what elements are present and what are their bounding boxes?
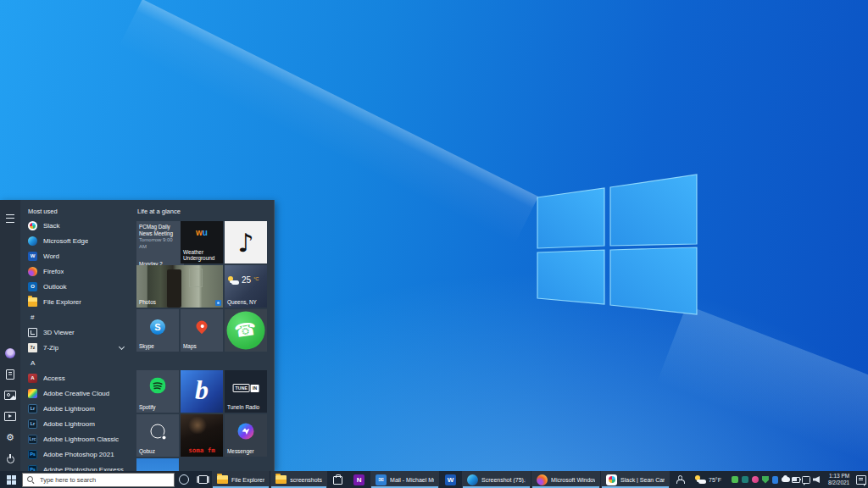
tile-maps[interactable]: Maps: [181, 309, 223, 352]
tile-messenger[interactable]: Messenger: [225, 414, 267, 457]
app-item-adobe-lightroom[interactable]: LrAdobe Lightroom: [20, 416, 132, 431]
rail-settings-button[interactable]: ⚙: [0, 427, 20, 448]
taskbar-button-onenote[interactable]: N: [348, 471, 370, 488]
tile-photos[interactable]: Photos: [136, 265, 223, 308]
tray-onedrive-cloud-button[interactable]: [782, 475, 790, 484]
taskbar-button-file-explorer[interactable]: File Explorer: [212, 471, 270, 488]
taskbar-button-mail[interactable]: ✉Mail - Michael Mu...: [370, 471, 439, 488]
edge-icon: [28, 236, 37, 246]
tray-security-shield-button[interactable]: [761, 475, 770, 484]
taskbar-button-microsoft-store[interactable]: [328, 471, 348, 488]
rail-account-button[interactable]: [0, 342, 20, 363]
tile-whatsapp[interactable]: ☎: [225, 309, 267, 352]
people-button[interactable]: [670, 471, 689, 488]
phone-icon: ☎: [234, 320, 259, 341]
slack-icon: [28, 221, 37, 230]
app-item-word[interactable]: WWord: [20, 248, 132, 263]
rail-power-button[interactable]: [0, 448, 20, 469]
taskbar-button-screenshots[interactable]: screenshots: [270, 471, 327, 488]
start-menu: ⚙ Most usedSlackMicrosoft EdgeWWordFiref…: [0, 200, 275, 471]
taskbar-clock[interactable]: 1:13 PM 8/2/2021: [828, 473, 849, 487]
whatsapp-icon: ☎: [227, 312, 265, 350]
app-item-adobe-lightroom-classic[interactable]: LrcAdobe Lightroom Classic: [20, 431, 132, 446]
tray-app-blue-button[interactable]: [771, 475, 780, 484]
power-icon: [6, 455, 14, 463]
tile-spotify[interactable]: Spotify: [136, 370, 179, 413]
app-item-label: 3D Viewer: [43, 329, 75, 336]
firefox-icon: [28, 267, 37, 276]
taskbar-weather[interactable]: 75°F: [695, 475, 721, 484]
tile-label: Spotify: [139, 404, 156, 411]
tile-label: Messenger: [227, 448, 254, 455]
security-shield-icon: [762, 476, 769, 484]
tile-music[interactable]: ♪: [225, 221, 267, 263]
taskbar-button-firefox[interactable]: Microsoft Window...: [531, 471, 600, 488]
music-note-icon: ♪: [225, 221, 267, 263]
rail-videos-button[interactable]: [0, 406, 20, 427]
clock-time: 1:13 PM: [828, 473, 849, 480]
app-item-slack[interactable]: Slack: [20, 218, 132, 233]
people-icon: [675, 475, 685, 484]
tile-tunein-radio[interactable]: TUNEINTuneIn Radio: [225, 370, 267, 413]
rail-pictures-button[interactable]: [0, 385, 20, 406]
tile-partial-tile[interactable]: [136, 458, 179, 471]
taskbar-button-word[interactable]: W: [440, 471, 461, 488]
app-item-3d-viewer[interactable]: 3D Viewer: [20, 324, 132, 340]
rail-documents-button[interactable]: [0, 363, 20, 385]
tile-label: Queens, NY: [227, 299, 257, 306]
store-bag-icon: [333, 476, 342, 485]
tray-status-green-button[interactable]: [731, 475, 739, 484]
app-item-firefox[interactable]: Firefox: [20, 263, 132, 279]
taskbar-button-label: Mail - Michael Mu...: [390, 477, 434, 483]
app-item-adobe-creative-cloud[interactable]: Adobe Creative Cloud: [20, 385, 132, 401]
taskbar-button-label: Screenshot (75).pn...: [481, 477, 526, 483]
app-item-adobe-photoshop-express[interactable]: PsAdobe Photoshop Express: [20, 462, 132, 471]
tile-calendar[interactable]: PCMag Daily News MeetingTomorrow 9:00 AM…: [136, 221, 184, 269]
tile-soma-fm[interactable]: soma fm: [181, 414, 223, 457]
search-input[interactable]: [38, 475, 170, 485]
chevron-down-icon: [119, 344, 125, 350]
volume-icon: [813, 476, 820, 483]
tile-weather[interactable]: 25°CQueens, NY: [225, 265, 267, 308]
app-item-adobe-photoshop-2021[interactable]: PsAdobe Photoshop 2021: [20, 446, 132, 462]
app-blue-icon: [772, 476, 778, 484]
taskbar-button-slack[interactable]: Slack | Sean Carro...: [601, 471, 670, 488]
folder-icon: [275, 475, 287, 484]
windows-flag-icon: [7, 475, 16, 485]
start-menu-tiles: Life at a glance PCMag Daily News Meetin…: [132, 200, 274, 471]
calendar-event-time: Tomorrow 9:00 AM: [139, 237, 181, 250]
word-icon: W: [445, 474, 456, 485]
tile-bandcamp[interactable]: b: [181, 370, 223, 413]
account-icon: [5, 348, 15, 358]
app-item-outlook[interactable]: OOutlook: [20, 279, 132, 294]
tray-chat-button[interactable]: [802, 475, 810, 484]
task-view-button[interactable]: [193, 471, 212, 488]
tray-app-teal-button[interactable]: [741, 475, 749, 484]
tile-qobuz[interactable]: Qobuz: [136, 414, 179, 457]
tray-app-pink-button[interactable]: [751, 475, 760, 484]
app-item-access[interactable]: AAccess: [20, 370, 132, 385]
tray-volume-button[interactable]: [812, 475, 821, 484]
lightroomclassic-icon: Lrc: [28, 435, 37, 444]
status-green-icon: [732, 476, 738, 483]
cortana-button[interactable]: [175, 471, 193, 488]
taskbar-search[interactable]: [22, 473, 175, 487]
weather-unit: °C: [253, 277, 259, 282]
taskbar-button-edge[interactable]: Screenshot (75).pn...: [462, 471, 531, 488]
bandcamp-icon: b: [181, 370, 223, 413]
app-item-7-zip[interactable]: 7z7-Zip: [20, 340, 132, 355]
weather-underground-icon: wu: [196, 228, 208, 237]
weather-sun-cloud-icon: [695, 475, 706, 484]
tile-skype[interactable]: SSkype: [136, 309, 179, 352]
word-icon: W: [28, 252, 37, 261]
mail-envelope-icon: ✉: [376, 474, 387, 485]
start-button[interactable]: [0, 471, 22, 488]
app-item-label: Adobe Photoshop 2021: [43, 451, 114, 458]
tray-battery-button[interactable]: [792, 475, 800, 484]
tile-weather-underground[interactable]: wuWeather Underground: [181, 221, 223, 263]
app-item-file-explorer[interactable]: File Explorer: [20, 294, 132, 309]
action-center-button[interactable]: [854, 471, 868, 488]
rail-menu-button[interactable]: [0, 208, 20, 229]
app-item-adobe-lightroom[interactable]: LrAdobe Lightroom: [20, 401, 132, 416]
app-item-microsoft-edge[interactable]: Microsoft Edge: [20, 233, 132, 248]
